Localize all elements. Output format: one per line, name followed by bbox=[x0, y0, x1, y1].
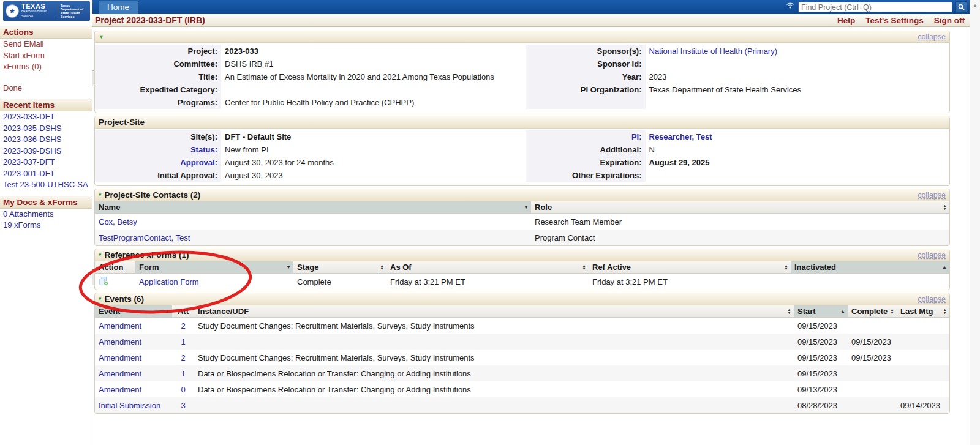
collapse-triangle-icon[interactable]: ▼ bbox=[99, 34, 104, 40]
sidebar-item-my-xforms[interactable]: 19 xForms bbox=[0, 220, 92, 231]
sort-asc-icon: ▴ bbox=[943, 265, 946, 270]
sidebar-item-send-email[interactable]: Send EMail bbox=[0, 39, 92, 50]
column-header-role[interactable]: Role ▴▾ bbox=[531, 201, 949, 213]
sort-asc-icon: ▴ bbox=[842, 309, 844, 314]
event-link[interactable]: Amendment bbox=[95, 336, 172, 348]
event-last-mtg bbox=[897, 356, 949, 359]
project-number-value: 2023-033 bbox=[221, 45, 526, 58]
find-project-input[interactable] bbox=[798, 2, 952, 12]
field-label: Sponsor Id: bbox=[526, 58, 646, 70]
recent-item[interactable]: 2023-039-DSHS bbox=[0, 146, 92, 157]
event-complete bbox=[848, 324, 897, 327]
column-header-form[interactable]: Form▾ bbox=[135, 261, 293, 273]
copy-xform-icon[interactable] bbox=[95, 275, 135, 289]
column-header-asof[interactable]: As Of ▴▾ bbox=[386, 261, 589, 273]
empty-value bbox=[646, 96, 950, 109]
event-last-mtg: 09/14/2023 bbox=[897, 400, 949, 411]
event-link[interactable]: Amendment bbox=[95, 384, 172, 395]
sidebar-item-done[interactable]: Done bbox=[0, 83, 92, 94]
collapse-link[interactable]: collapse bbox=[918, 295, 946, 304]
vertical-scrollbar[interactable]: ▲ bbox=[970, 0, 980, 445]
event-attachments[interactable]: 3 bbox=[172, 400, 194, 411]
texas-seal-icon: ★ bbox=[6, 4, 19, 18]
event-link[interactable]: Amendment bbox=[95, 352, 172, 364]
field-label: Initial Approval: bbox=[95, 169, 221, 182]
field-label: Title: bbox=[95, 70, 221, 83]
recent-item[interactable]: 2023-001-DFT bbox=[0, 168, 92, 180]
quick-find-icon bbox=[785, 2, 795, 12]
field-label: Year: bbox=[526, 70, 646, 83]
column-header-ref-active[interactable]: Ref Active ▴▾ bbox=[589, 261, 791, 273]
event-attachments[interactable]: 0 bbox=[172, 384, 194, 395]
column-header-name[interactable]: Name▾ bbox=[95, 201, 531, 213]
collapse-triangle-icon[interactable]: ▾ bbox=[99, 296, 102, 302]
contact-name-link[interactable]: Cox, Betsy bbox=[95, 216, 531, 228]
title-value: An Estimate of Excess Mortality in 2020 … bbox=[221, 70, 526, 83]
recent-item[interactable]: 2023-033-DFT bbox=[0, 111, 92, 123]
xform-inactivated bbox=[791, 280, 949, 283]
reference-xforms-panel: ▾ Reference xForms (1) collapse Action F… bbox=[94, 249, 950, 290]
events-panel: ▾ Events (6) collapse Event▴ Att Instanc… bbox=[94, 293, 950, 414]
sort-desc-icon: ▾ bbox=[287, 265, 290, 270]
event-row: Amendment 2 Study Document Changes: Recr… bbox=[95, 350, 949, 365]
field-label: Other Expirations: bbox=[526, 169, 646, 182]
contacts-panel: ▾ Project-Site Contacts (2) collapse Nam… bbox=[94, 189, 950, 246]
event-link[interactable]: Initial Submission bbox=[95, 400, 172, 411]
contact-role: Program Contact bbox=[531, 232, 949, 244]
event-link[interactable]: Amendment bbox=[95, 368, 172, 380]
title-bar: Project 2023-033-DFT (IRB) Help Test's S… bbox=[92, 14, 970, 27]
collapse-triangle-icon[interactable]: ▾ bbox=[99, 252, 102, 258]
event-attachments[interactable]: 1 bbox=[172, 368, 194, 380]
project-details-panel: ▼ collapse Project: 2023-033 Sponsor(s):… bbox=[94, 31, 950, 113]
event-last-mtg bbox=[897, 324, 949, 327]
event-start: 09/15/2023 bbox=[794, 368, 848, 380]
column-header-start[interactable]: Start▴ bbox=[794, 305, 848, 317]
column-header-action: Action bbox=[95, 261, 135, 273]
column-header-complete[interactable]: Complete ▴▾ bbox=[848, 305, 897, 317]
pi-link[interactable]: Researcher, Test bbox=[646, 130, 950, 143]
scroll-up-arrow-icon[interactable]: ▲ bbox=[970, 0, 980, 9]
top-navigation-bar: Home bbox=[92, 0, 970, 14]
search-button[interactable] bbox=[956, 1, 967, 13]
sidebar-splitter-handle[interactable] bbox=[92, 269, 94, 285]
event-attachments[interactable]: 1 bbox=[172, 336, 194, 348]
sidebar-item-start-xform[interactable]: Start xForm bbox=[0, 50, 92, 62]
sidebar-splitter-handle[interactable] bbox=[92, 70, 94, 86]
event-link[interactable]: Amendment bbox=[95, 320, 172, 332]
recent-item[interactable]: 2023-037-DFT bbox=[0, 157, 92, 168]
sidebar-item-attachments[interactable]: 0 Attachments bbox=[0, 209, 92, 220]
column-header-last-mtg[interactable]: Last Mtg ▴▾ bbox=[897, 305, 949, 317]
sponsor-link[interactable]: National Institute of Health (Primary) bbox=[646, 45, 950, 58]
collapse-triangle-icon[interactable]: ▾ bbox=[99, 192, 102, 198]
table-row: TestProgramContact, Test Program Contact bbox=[95, 230, 949, 245]
column-header-inactivated[interactable]: Inactivated▴ bbox=[791, 261, 949, 273]
collapse-link[interactable]: collapse bbox=[918, 32, 946, 41]
event-attachments[interactable]: 2 bbox=[172, 352, 194, 364]
xform-name-link[interactable]: Application Form bbox=[135, 276, 293, 288]
signoff-link[interactable]: Sign off bbox=[934, 16, 965, 25]
event-complete: 09/15/2023 bbox=[848, 352, 897, 364]
field-label: Expedited Category: bbox=[95, 83, 221, 96]
logo-divider bbox=[58, 5, 58, 17]
column-header-stage[interactable]: Stage ▴▾ bbox=[293, 261, 386, 273]
field-label: PI Organization: bbox=[526, 83, 646, 96]
recent-item[interactable]: 2023-036-DSHS bbox=[0, 134, 92, 146]
sponsor-id-value bbox=[646, 58, 950, 70]
committee-value: DSHS IRB #1 bbox=[221, 58, 526, 70]
tab-home[interactable]: Home bbox=[99, 1, 138, 14]
settings-link[interactable]: Test's Settings bbox=[865, 16, 923, 25]
event-attachments[interactable]: 2 bbox=[172, 320, 194, 332]
sidebar-item-xforms-count[interactable]: xForms (0) bbox=[0, 61, 92, 73]
collapse-link[interactable]: collapse bbox=[918, 251, 946, 260]
column-header-att[interactable]: Att bbox=[172, 305, 194, 317]
recent-item[interactable]: 2023-035-DSHS bbox=[0, 123, 92, 135]
column-header-event[interactable]: Event▴ bbox=[95, 305, 172, 317]
xform-asof: Friday at 3:21 PM ET bbox=[386, 276, 589, 288]
contact-name-link[interactable]: TestProgramContact, Test bbox=[95, 232, 531, 244]
recent-item[interactable]: Test 23-500-UTHSC-SA bbox=[0, 179, 92, 191]
column-header-instance-udf[interactable]: Instance/UDF ▴▾ bbox=[194, 305, 794, 317]
event-complete bbox=[848, 404, 897, 406]
collapse-link[interactable]: collapse bbox=[918, 191, 946, 200]
field-label-pi: PI: bbox=[526, 130, 646, 143]
help-link[interactable]: Help bbox=[837, 16, 855, 25]
